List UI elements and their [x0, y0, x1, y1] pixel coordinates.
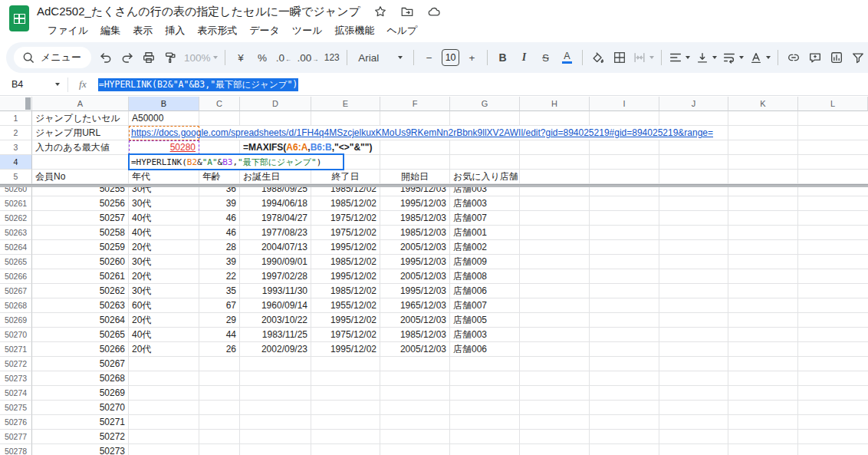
cell[interactable]: 1995/12/02 [311, 269, 380, 284]
cell[interactable] [728, 269, 798, 284]
cell[interactable]: 1994/06/18 [240, 196, 311, 211]
redo-button[interactable] [117, 47, 138, 68]
cell[interactable]: 1995/12/02 [311, 313, 380, 328]
row-header[interactable]: 50276 [0, 415, 32, 430]
cell[interactable] [311, 357, 380, 371]
cell[interactable] [728, 111, 798, 126]
zoom-select[interactable]: 100% [182, 47, 221, 68]
cell[interactable] [659, 196, 728, 211]
cell[interactable]: 年齢 [199, 170, 240, 184]
row-header[interactable]: 50278 [0, 444, 32, 455]
cell[interactable] [240, 111, 311, 126]
cell[interactable] [659, 111, 728, 126]
star-icon[interactable] [373, 5, 387, 18]
cell[interactable] [380, 371, 450, 386]
cell[interactable] [129, 371, 199, 386]
cell[interactable]: 2003/10/22 [240, 313, 311, 328]
cell[interactable] [240, 401, 311, 415]
column-header[interactable]: F [380, 97, 450, 111]
cell[interactable] [659, 269, 728, 284]
cell[interactable]: 28 [199, 240, 240, 255]
undo-button[interactable] [96, 47, 117, 68]
cell[interactable] [798, 111, 868, 126]
menu-item[interactable]: 挿入 [159, 22, 191, 39]
document-title[interactable]: AdC2502_たくさんの行の表の指定したセルに一瞬でジャンプ [37, 5, 360, 19]
cell[interactable]: 年代 [129, 170, 199, 184]
row-header[interactable]: 50263 [0, 226, 32, 240]
cell[interactable]: 50260 [32, 255, 129, 269]
cell[interactable] [728, 196, 798, 211]
cell[interactable]: 1960/09/14 [240, 298, 311, 313]
cell[interactable] [798, 269, 868, 284]
cell[interactable]: 20代 [129, 313, 199, 328]
cell[interactable]: 50273 [32, 444, 129, 455]
cell[interactable] [798, 313, 868, 328]
cell[interactable]: 1995/12/03 [380, 187, 450, 196]
menu-item[interactable]: ファイル [41, 22, 94, 39]
cell[interactable]: 1990/09/01 [240, 255, 311, 269]
row-header[interactable]: 50265 [0, 255, 32, 269]
cell[interactable] [450, 430, 520, 444]
cell[interactable] [659, 430, 728, 444]
cell[interactable] [590, 170, 659, 184]
row-header[interactable]: 50267 [0, 284, 32, 298]
row-header[interactable]: 50277 [0, 430, 32, 444]
cell[interactable] [798, 444, 868, 455]
cell[interactable] [240, 371, 311, 386]
cell[interactable] [728, 284, 798, 298]
cell[interactable] [659, 401, 728, 415]
cell[interactable] [129, 401, 199, 415]
cell[interactable]: 50256 [32, 196, 129, 211]
cell[interactable]: 1993/11/30 [240, 284, 311, 298]
cell[interactable]: 50258 [32, 226, 129, 240]
cell[interactable] [728, 415, 798, 430]
cell[interactable]: 46 [199, 211, 240, 226]
menu-item[interactable]: 表示 [127, 22, 159, 39]
cell[interactable] [659, 240, 728, 255]
cell[interactable] [659, 298, 728, 313]
borders-button[interactable] [609, 47, 630, 68]
cell[interactable] [728, 401, 798, 415]
paint-format-button[interactable] [160, 47, 181, 68]
cell[interactable] [659, 386, 728, 401]
cell[interactable] [450, 386, 520, 401]
cell[interactable]: 店舗003 [450, 187, 520, 196]
cell[interactable] [659, 415, 728, 430]
cell[interactable]: 店舗003 [450, 328, 520, 342]
cell[interactable] [520, 386, 590, 401]
print-button[interactable] [139, 47, 159, 68]
cell[interactable] [450, 371, 520, 386]
cell[interactable]: 店舗008 [450, 269, 520, 284]
cell[interactable] [380, 111, 450, 126]
insert-chart-button[interactable] [826, 47, 847, 68]
cell[interactable] [659, 313, 728, 328]
cell[interactable]: 1985/12/02 [311, 187, 380, 196]
cell[interactable]: 50272 [32, 430, 129, 444]
cell[interactable]: 1985/12/02 [311, 196, 380, 211]
cell[interactable]: 22 [199, 269, 240, 284]
cell[interactable] [199, 357, 240, 371]
cell[interactable] [520, 371, 590, 386]
row-header[interactable]: 50274 [0, 386, 32, 401]
cell[interactable]: お誕生日 [240, 170, 311, 184]
cell[interactable]: 50264 [32, 313, 129, 328]
column-header[interactable]: K [728, 97, 798, 111]
cell[interactable]: 1955/12/02 [311, 298, 380, 313]
cell[interactable] [798, 371, 868, 386]
cell[interactable] [590, 313, 659, 328]
cell[interactable]: 1995/12/03 [380, 196, 450, 211]
cell[interactable] [728, 371, 798, 386]
row-header[interactable]: 50272 [0, 357, 32, 371]
cell[interactable] [659, 328, 728, 342]
cell[interactable]: 39 [199, 196, 240, 211]
cell[interactable]: 店舗002 [450, 240, 520, 255]
cell[interactable] [199, 430, 240, 444]
cell[interactable]: 50267 [32, 357, 129, 371]
cell[interactable]: 1985/12/03 [380, 211, 450, 226]
cell[interactable] [520, 444, 590, 455]
cell[interactable] [129, 430, 199, 444]
cell[interactable] [520, 226, 590, 240]
cell[interactable] [380, 357, 450, 371]
cell[interactable]: 終了日 [311, 170, 380, 184]
cell[interactable]: 44 [199, 328, 240, 342]
